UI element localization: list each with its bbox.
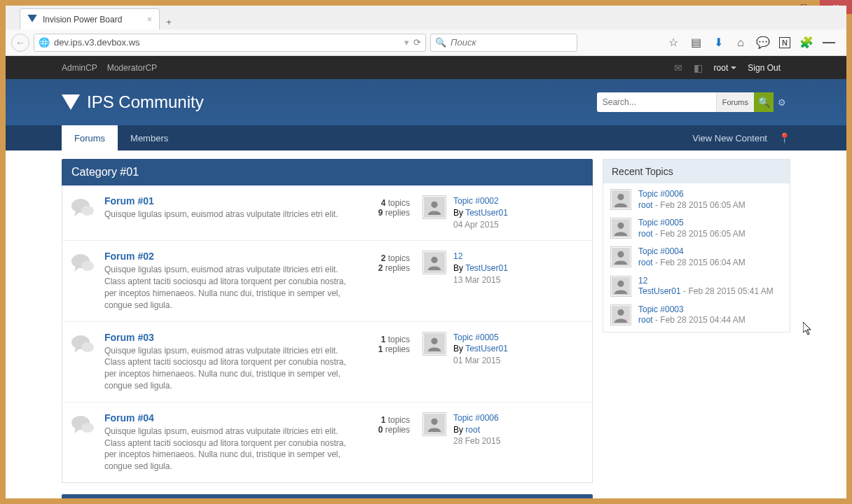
forum-status-icon xyxy=(67,412,99,472)
location-pin-icon[interactable]: 📍 xyxy=(778,132,790,144)
svg-point-2 xyxy=(431,202,437,208)
inbox-icon[interactable]: ✉ xyxy=(674,62,682,74)
recent-topic-user-link[interactable]: root xyxy=(638,315,653,325)
recent-topic-user-link[interactable]: root xyxy=(638,258,653,267)
browser-tab-title: Invision Power Board xyxy=(43,15,122,24)
brand-logo[interactable]: IPS Community xyxy=(62,92,204,112)
forum-row: Forum #02Quisque ligulas ipsum, euismod … xyxy=(62,241,592,321)
nav-back-button[interactable]: ← xyxy=(11,34,29,52)
last-post-avatar[interactable] xyxy=(422,332,446,356)
globe-icon: 🌐 xyxy=(39,37,50,48)
extension-n-icon[interactable]: N xyxy=(779,37,790,48)
nav-tab-forums[interactable]: Forums xyxy=(62,125,118,150)
recent-topic-date: Feb 28 2015 04:44 AM xyxy=(660,315,745,325)
last-post-avatar[interactable] xyxy=(422,412,446,436)
last-post-topic-link[interactable]: 12 xyxy=(453,251,508,262)
last-post-topic-link[interactable]: Topic #0006 xyxy=(453,412,500,424)
new-tab-button[interactable]: + xyxy=(160,14,178,29)
forum-title-link[interactable]: Forum #03 xyxy=(104,332,354,343)
forum-status-icon xyxy=(67,251,99,311)
recent-topic-item: Topic #0006root - Feb 28 2015 06:05 AM xyxy=(610,189,783,211)
recent-topic-avatar[interactable] xyxy=(610,304,631,326)
address-bar[interactable]: 🌐 ▾ ⟳ xyxy=(34,34,426,52)
brand-mark-icon xyxy=(62,94,80,110)
last-post-date: 01 Mar 2015 xyxy=(453,355,508,367)
recent-topic-link[interactable]: Topic #0004 xyxy=(638,246,746,258)
recent-topic-link[interactable]: Topic #0003 xyxy=(638,304,746,316)
url-input[interactable] xyxy=(54,37,400,48)
extension-puzzle-icon[interactable]: 🧩 xyxy=(800,36,813,49)
svg-point-12 xyxy=(617,194,624,200)
downloads-icon[interactable]: ⬇ xyxy=(712,36,724,49)
forum-title-link[interactable]: Forum #02 xyxy=(104,251,354,262)
view-new-content-link[interactable]: View New Content xyxy=(692,133,767,144)
browser-search-input[interactable] xyxy=(451,37,572,48)
last-post-avatar[interactable] xyxy=(422,251,446,274)
recent-topic-avatar[interactable] xyxy=(610,246,631,267)
recent-topic-item: 12TestUser01 - Feb 28 2015 05:41 AM xyxy=(610,276,783,298)
forum-description: Quisque ligulas ipsum, euismod atras vul… xyxy=(104,345,354,392)
recent-topic-link[interactable]: Topic #0005 xyxy=(638,218,746,229)
recent-topic-user-link[interactable]: root xyxy=(638,229,653,239)
user-menu[interactable]: root xyxy=(714,63,737,73)
category-header[interactable]: Category #01 xyxy=(62,159,593,186)
last-post-date: 04 Apr 2015 xyxy=(453,219,508,231)
svg-point-8 xyxy=(431,337,437,344)
forum-row: Forum #01Quisque ligulas ipsum, euismod … xyxy=(62,186,592,241)
recent-topic-user-link[interactable]: TestUser01 xyxy=(638,286,681,296)
recent-topic-date: Feb 28 2015 05:41 AM xyxy=(688,286,773,296)
last-post-author: By TestUser01 xyxy=(453,262,508,274)
recent-topic-avatar[interactable] xyxy=(610,189,631,210)
browser-tab-active[interactable]: Invision Power Board × xyxy=(20,8,160,29)
svg-point-11 xyxy=(431,419,437,425)
svg-point-5 xyxy=(431,257,437,263)
svg-point-7 xyxy=(81,342,94,352)
last-post-topic-link[interactable]: Topic #0005 xyxy=(453,332,508,344)
reading-list-icon[interactable]: ▤ xyxy=(689,36,702,49)
magnifier-icon: 🔍 xyxy=(435,37,446,48)
bookmark-star-icon[interactable]: ☆ xyxy=(667,36,680,49)
recent-topic-avatar[interactable] xyxy=(610,218,631,239)
close-tab-icon[interactable]: × xyxy=(147,15,152,24)
home-icon[interactable]: ⌂ xyxy=(734,36,747,49)
search-settings-icon[interactable]: ⚙ xyxy=(774,97,790,108)
notifications-icon[interactable]: ◧ xyxy=(694,62,703,74)
nav-tab-members[interactable]: Members xyxy=(118,125,181,150)
admincp-link[interactable]: AdminCP xyxy=(62,63,97,73)
search-scope-dropdown[interactable]: Forums xyxy=(716,92,754,112)
browser-search-box[interactable]: 🔍 xyxy=(430,34,577,52)
recent-topic-item: Topic #0004root - Feb 28 2015 06:04 AM xyxy=(610,246,783,268)
forum-description: Quisque ligulas ipsum, euismod atras vul… xyxy=(104,209,354,220)
browser-menu-button[interactable] xyxy=(823,36,835,49)
recent-topic-user-link[interactable]: root xyxy=(638,200,653,210)
reload-icon[interactable]: ⟳ xyxy=(413,37,421,48)
forum-title-link[interactable]: Forum #01 xyxy=(104,195,354,206)
forum-description: Quisque ligulas ipsum, euismod atras vul… xyxy=(104,426,354,472)
last-post-topic-link[interactable]: Topic #0002 xyxy=(453,195,508,207)
category-header[interactable]: Category #02 xyxy=(62,494,593,498)
moderatorcp-link[interactable]: ModeratorCP xyxy=(107,63,157,73)
svg-point-16 xyxy=(617,309,624,316)
last-post-avatar[interactable] xyxy=(422,195,446,219)
recent-topic-avatar[interactable] xyxy=(610,276,631,297)
forum-description: Quisque ligulas ipsum, euismod atras vul… xyxy=(104,264,354,311)
svg-point-4 xyxy=(81,261,94,271)
site-search-input[interactable] xyxy=(597,92,716,112)
chat-icon[interactable]: 💬 xyxy=(757,36,769,49)
caret-down-icon xyxy=(731,66,736,69)
search-submit-button[interactable]: 🔍 xyxy=(754,92,774,112)
forum-title-link[interactable]: Forum #04 xyxy=(104,412,354,424)
signout-link[interactable]: Sign Out xyxy=(748,63,781,73)
recent-topic-link[interactable]: 12 xyxy=(638,276,774,287)
reader-mode-icon[interactable]: ▾ xyxy=(404,37,409,48)
forum-stats: 4 topics9 replies xyxy=(359,195,410,230)
last-post-author: By root xyxy=(453,424,500,436)
last-post-author: By TestUser01 xyxy=(453,343,508,355)
recent-topic-item: Topic #0003root - Feb 28 2015 04:44 AM xyxy=(610,304,783,326)
recent-topic-link[interactable]: Topic #0006 xyxy=(638,189,746,200)
brand-title: IPS Community xyxy=(87,92,204,112)
forum-status-icon xyxy=(67,332,99,392)
recent-topic-date: Feb 28 2015 06:05 AM xyxy=(660,229,745,239)
forum-stats: 1 topics1 replies xyxy=(359,332,410,392)
svg-point-13 xyxy=(617,223,624,229)
